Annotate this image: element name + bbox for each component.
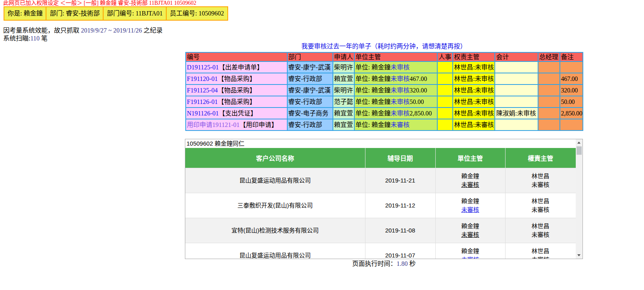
unit-amount: 320.00 (409, 87, 427, 94)
document-type-label: 【出差申请单】 (219, 64, 263, 71)
document-link[interactable]: N191126-01 (187, 110, 219, 117)
roster-authority-manager-cell: 林世昌未審核 (505, 168, 576, 193)
roster-authority-manager-cell: 林世昌未審核 (505, 193, 576, 218)
roster-authority-manager-name: 林世昌 (506, 247, 575, 255)
roster-scrollbar[interactable] (576, 139, 582, 259)
hr-cell (437, 85, 453, 96)
unit-approve-link[interactable]: 未审核 (390, 75, 409, 82)
roster-unit-manager-name: 賴金鐘 (436, 172, 505, 181)
accounting-cell (495, 73, 538, 85)
unit-amount: 467.00 (409, 75, 427, 82)
unit-manager-cell: 单位: 賴金鐘未审核467.00 (354, 73, 437, 85)
roster-unit-manager-cell: 賴金鐘未審核 (435, 193, 505, 218)
unit-amount: 2,850.00 (409, 110, 432, 117)
unit-manager-name: 单位: 賴金鐘 (356, 75, 390, 82)
general-manager-cell (538, 108, 560, 119)
general-manager-cell (538, 61, 560, 73)
permission-banner: 此网页已加入权限设定 ＜一般＞ [一般] 賴金鐘 睿安-技術部 11BJTA01… (3, 0, 196, 6)
roster-unit-approve-link[interactable]: 未審核 (461, 206, 479, 213)
unit-manager-name: 单位: 賴金鐘 (356, 64, 390, 71)
roster-unit-approve-link[interactable]: 未審核 (461, 256, 479, 259)
general-manager-cell (538, 119, 560, 131)
roster-authority-status: 未審核 (506, 230, 575, 239)
date-cell: 2019-11-08 (365, 218, 435, 243)
unit-approve-link[interactable]: 未审核 (390, 87, 409, 94)
roster-header-2: 單位主管 (435, 148, 505, 168)
approval-header-7: 总经理 (538, 52, 560, 61)
scrollbar-thumb[interactable] (577, 146, 582, 155)
document-type-label: 【物品采购】 (218, 75, 256, 82)
unit-approve-link[interactable]: 未審核 (390, 121, 409, 128)
approval-header-0: 编号 (186, 52, 287, 61)
roster-authority-manager-cell: 林世昌未審核 (505, 243, 576, 259)
audit-link-line: 我要审核过去一年的单子（耗时约两分钟，请想清楚再按） (185, 43, 582, 50)
roster-title: 10509602 賴金鐘同仁 (185, 139, 582, 148)
applicant-cell: 柴明许 (333, 85, 354, 96)
document-link[interactable]: 用印申请191121-01 (187, 121, 240, 128)
date-cell: 2019-11-12 (365, 193, 435, 218)
approval-row: F191125-04【物品采购】睿安-康宁-武漢柴明许单位: 賴金鐘未审核320… (186, 85, 583, 96)
hr-cell (437, 108, 453, 119)
approval-header-4: 人事 (437, 52, 453, 61)
scrollbar-up-button[interactable] (576, 139, 582, 146)
approval-header-3: 单位主管 (354, 52, 437, 61)
authority-manager-cell: 林世昌:未审核 (453, 73, 495, 85)
note-cell: 320.00 (560, 85, 583, 96)
approval-row: N191126-01【支出凭证】睿安-电子商务賴宜萱单位: 賴金鐘未审核2,85… (186, 108, 583, 119)
applicant-cell: 范子懿 (333, 96, 354, 108)
scroll-up-icon (577, 142, 581, 144)
roster-authority-status: 未審核 (506, 181, 575, 189)
approval-row: D191125-01【出差申请单】睿安-康宁-武漢柴明许单位: 賴金鐘未审核林世… (186, 61, 583, 73)
unit-approve-link[interactable]: 未审核 (390, 110, 409, 117)
roster-unit-manager-cell: 賴金鐘未審核 (435, 168, 505, 193)
applicant-cell: 賴宜萱 (333, 73, 354, 85)
scrollbar-down-button[interactable] (576, 252, 582, 259)
system-note: 因考量系统效能，故只抓取 2019/9/27 ~ 2019/11/26 之纪录 … (3, 27, 163, 42)
unit-manager-name: 单位: 賴金鐘 (356, 110, 390, 117)
document-link[interactable]: F191126-01 (187, 98, 218, 105)
roster-unit-manager-cell: 賴金鐘未審核 (435, 243, 505, 259)
roster-authority-manager-cell: 林世昌未審核 (505, 218, 576, 243)
dept-cell: 睿安-康宁-武漢 (287, 61, 333, 73)
document-link[interactable]: D191125-01 (187, 64, 219, 71)
unit-manager-cell: 单位: 賴金鐘未審核 (354, 119, 437, 131)
roster-unit-approve-link[interactable]: 未審核 (461, 231, 479, 238)
approval-row: F191126-01【物品采购】睿安-行政部范子懿单位: 賴金鐘未审核50.00… (186, 96, 583, 108)
roster-unit-approve-link[interactable]: 未審核 (461, 181, 479, 188)
approval-header-6: 会计 (495, 52, 538, 61)
authority-manager-cell: 林世昌:未审核 (453, 85, 495, 96)
dept-cell: 睿安-行政部 (287, 96, 333, 108)
roster-row: 昆山复盛运动用品有限公司2019-11-07賴金鐘未審核林世昌未審核 (185, 243, 576, 259)
note-cell: 467.00 (560, 73, 583, 85)
document-link[interactable]: F191125-04 (187, 87, 218, 94)
info-cell-1: 部门: 睿安-技術部 (46, 7, 103, 20)
roster-row: 三泰敷织开发(昆山)有限公司2019-11-12賴金鐘未審核林世昌未審核 (185, 193, 576, 218)
company-cell: 三泰敷织开发(昆山)有限公司 (185, 193, 365, 218)
user-info-bar: 你是: 賴金鐘部门: 睿安-技術部部门编号: 11BJTA01员工编号: 105… (4, 6, 228, 21)
roster-authority-manager-name: 林世昌 (506, 197, 575, 205)
approval-header-8: 备注 (560, 52, 583, 61)
unit-approve-link[interactable]: 未审核 (390, 64, 409, 71)
system-note-line1: 因考量系统效能，故只抓取 2019/9/27 ~ 2019/11/26 之纪录 (3, 27, 163, 35)
system-note-line2: 系统扫瞄:110 笔 (3, 35, 163, 42)
roster-header-1: 辅导日期 (365, 148, 435, 168)
hr-cell (437, 96, 453, 108)
unit-manager-cell: 单位: 賴金鐘未审核 (354, 61, 437, 73)
scan-count: 110 (30, 35, 39, 42)
document-link[interactable]: F191120-01 (187, 75, 218, 82)
approval-table: 编号部门申请人单位主管人事权责主管会计总经理备注D191125-01【出差申请单… (185, 52, 583, 131)
roster-table: 客户公司名称辅导日期單位主管權責主管 昆山复盛运动用品有限公司2019-11-2… (185, 148, 576, 259)
document-type-label: 【物品采购】 (218, 98, 256, 105)
document-type-label: 【用印申请】 (240, 121, 278, 128)
roster-panel[interactable]: 10509602 賴金鐘同仁 客户公司名称辅导日期單位主管權責主管 昆山复盛运动… (185, 139, 583, 259)
hr-cell (437, 119, 453, 131)
authority-manager-cell: 林世昌:未审核 (453, 96, 495, 108)
unit-manager-cell: 单位: 賴金鐘未审核50.00 (354, 96, 437, 108)
accounting-cell: 陳淑娟:未审核 (495, 108, 538, 119)
roster-row: 昆山复盛运动用品有限公司2019-11-21賴金鐘未審核林世昌未審核 (185, 168, 576, 193)
audit-all-link[interactable]: 我要审核过去一年的单子（耗时约两分钟，请想清楚再按） (301, 43, 466, 50)
document-type-label: 【物品采购】 (218, 87, 256, 94)
unit-approve-link[interactable]: 未审核 (390, 98, 409, 105)
execution-time: 页面执行时间：1.80 秒 (185, 260, 582, 267)
execution-seconds: 1.80 (397, 260, 408, 267)
